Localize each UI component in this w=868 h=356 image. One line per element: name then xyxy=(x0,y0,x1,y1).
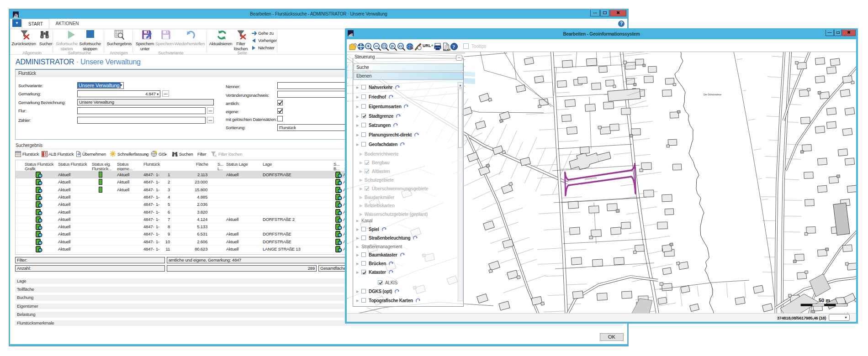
svg-text:?: ? xyxy=(453,44,455,49)
svg-text:50 m: 50 m xyxy=(819,298,830,303)
svg-text:P: P xyxy=(391,44,394,49)
svg-text:XY: XY xyxy=(398,45,403,48)
svg-text:ALKIS: ALKIS xyxy=(444,48,451,51)
svg-text:Die Ochsönwiese: Die Ochsönwiese xyxy=(704,93,721,96)
